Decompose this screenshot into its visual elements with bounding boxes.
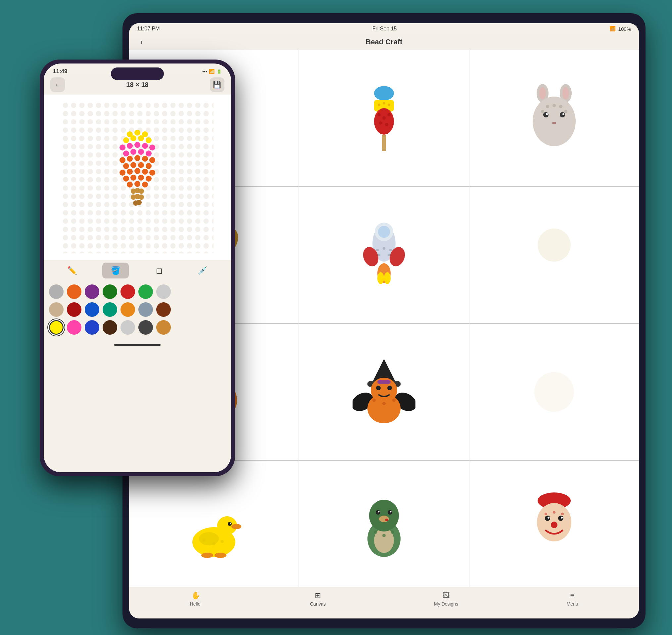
svg-point-158 (146, 163, 152, 169)
svg-point-21 (387, 104, 390, 106)
ipad-nav-bar: i Bead Craft (129, 35, 639, 50)
svg-point-30 (563, 87, 569, 99)
svg-point-38 (552, 104, 556, 107)
svg-point-145 (149, 145, 155, 151)
svg-point-99 (231, 524, 241, 529)
svg-point-20 (383, 102, 385, 105)
color-teal[interactable] (103, 302, 117, 317)
svg-point-35 (563, 113, 564, 115)
svg-point-127 (540, 517, 543, 521)
ipad-tab-mydesigns-label: My Designs (434, 601, 458, 607)
color-red[interactable] (121, 284, 135, 299)
color-bright-green[interactable] (139, 284, 153, 299)
color-charcoal[interactable] (139, 320, 153, 335)
grid-cell-3[interactable] (469, 50, 639, 186)
svg-point-162 (142, 169, 148, 175)
color-yellow[interactable] (49, 320, 64, 335)
color-pink[interactable] (67, 320, 81, 335)
svg-point-36 (552, 122, 556, 124)
grid-cell-2[interactable] (299, 50, 469, 186)
svg-point-128 (565, 517, 568, 521)
color-gray[interactable] (49, 284, 64, 299)
iphone-wifi-icon: 📶 (209, 69, 214, 74)
grid-cell-12[interactable] (469, 461, 639, 587)
ipad-info-button[interactable]: i (141, 39, 142, 46)
iphone-color-palette (44, 281, 231, 341)
save-button[interactable]: 💾 (210, 78, 225, 92)
color-silver[interactable] (121, 320, 135, 335)
svg-point-116 (385, 519, 388, 521)
color-tan[interactable] (49, 302, 64, 317)
svg-point-100 (228, 522, 232, 526)
ipad-tab-menu[interactable]: ≡ Menu (566, 591, 578, 607)
grid-cell-10[interactable] (129, 461, 299, 587)
color-blue[interactable] (85, 302, 99, 317)
svg-point-61 (378, 226, 390, 238)
iphone-toolbar: ✏️ 🪣 ◻ 💉 (44, 260, 231, 281)
svg-point-126 (551, 522, 558, 528)
iphone-notch (111, 67, 164, 80)
iphone-canvas-area[interactable] (44, 94, 231, 260)
color-purple[interactable] (85, 284, 99, 299)
color-row-3 (49, 320, 226, 335)
svg-point-34 (546, 113, 548, 115)
color-green[interactable] (103, 284, 117, 299)
color-caramel[interactable] (156, 320, 171, 335)
ipad-tab-menu-label: Menu (566, 601, 578, 607)
color-row-2 (49, 302, 226, 317)
svg-point-167 (146, 176, 152, 181)
svg-point-41 (564, 110, 567, 113)
svg-point-149 (146, 151, 152, 156)
color-brown[interactable] (156, 302, 171, 317)
svg-point-23 (382, 116, 386, 120)
erase-tool[interactable]: ◻ (146, 263, 172, 279)
pen-tool[interactable]: ✏️ (59, 263, 85, 279)
iphone-screen: 11:49 ▪▪▪ 📶 🔋 ← 18 × 18 💾 (44, 64, 231, 472)
back-button[interactable]: ← (50, 78, 65, 92)
svg-point-65 (377, 272, 384, 284)
canvas-icon: ⊞ (315, 591, 321, 600)
svg-point-40 (541, 110, 544, 113)
svg-point-148 (138, 149, 144, 155)
grid-cell-8[interactable] (299, 324, 469, 460)
svg-point-95 (392, 398, 396, 402)
svg-rect-92 (377, 380, 391, 384)
svg-point-161 (134, 168, 140, 174)
color-orange[interactable] (67, 284, 81, 299)
mydesigns-icon: 🖼 (443, 591, 450, 600)
color-light-gray[interactable] (156, 284, 171, 299)
color-steel[interactable] (139, 302, 153, 317)
svg-point-117 (374, 530, 377, 534)
color-royal-blue[interactable] (85, 320, 99, 335)
ipad-tab-hello[interactable]: ✋ Hello! (190, 591, 202, 607)
svg-point-125 (561, 517, 563, 519)
back-icon: ← (54, 81, 61, 89)
color-amber[interactable] (121, 302, 135, 317)
iphone-status-right: ▪▪▪ 📶 🔋 (202, 69, 222, 74)
grid-cell-6[interactable] (469, 187, 639, 323)
svg-point-94 (382, 402, 386, 405)
grid-cell-11[interactable] (299, 461, 469, 587)
svg-point-159 (120, 170, 125, 176)
fill-tool[interactable]: 🪣 (102, 263, 129, 279)
svg-point-166 (138, 175, 144, 180)
pen-icon: ✏️ (67, 266, 77, 275)
color-dark-red[interactable] (67, 302, 81, 317)
grid-cell-9[interactable] (469, 324, 639, 460)
svg-point-24 (387, 113, 391, 116)
fill-icon: 🪣 (110, 266, 121, 275)
svg-point-69 (389, 249, 392, 251)
grid-cell-5[interactable] (299, 187, 469, 323)
color-dark-brown[interactable] (103, 320, 117, 335)
wifi-icon: 📶 (609, 26, 616, 32)
svg-point-152 (134, 155, 140, 161)
picker-tool[interactable]: 💉 (189, 263, 216, 279)
svg-point-142 (127, 143, 133, 149)
ipad-tab-mydesigns[interactable]: 🖼 My Designs (434, 591, 458, 607)
svg-point-160 (127, 169, 133, 175)
svg-point-39 (559, 105, 563, 108)
svg-point-67 (376, 249, 379, 251)
ipad-tab-canvas[interactable]: ⊞ Canvas (310, 591, 326, 607)
svg-point-68 (383, 247, 385, 250)
svg-point-139 (138, 135, 144, 141)
